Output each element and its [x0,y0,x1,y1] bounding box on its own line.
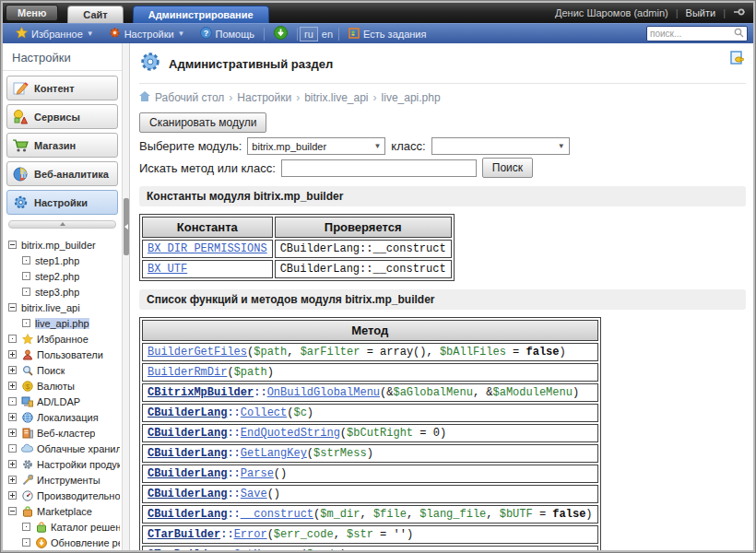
tree-item[interactable]: Настройки продукта [8,456,120,472]
tree-item-label[interactable]: Каталог решений [51,522,120,533]
method-link[interactable]: __construct [241,508,313,521]
class-name-link[interactable]: CTarBuilder [148,548,220,550]
method-link[interactable]: GetLangKey [241,447,307,460]
tree-item[interactable]: $Валюты [8,378,120,394]
constant-link[interactable]: BX_DIR_PERMISSIONS [148,242,267,255]
tree-item[interactable]: Поиск [8,362,120,378]
class-name-link[interactable]: CBuilderLang [148,508,227,521]
method-link[interactable]: OnBuildGlobalMenu [267,386,380,399]
class-name-link[interactable]: CBuilderLang [148,427,227,440]
tree-item[interactable]: Обновление решений [8,535,120,550]
panel-splitter[interactable] [122,43,130,550]
tree-item-label[interactable]: Инструменты [37,475,100,486]
tree-item-label[interactable]: Избранное [37,334,89,345]
tree-item[interactable]: Веб-кластер [8,425,120,441]
tree-item[interactable]: Избранное [8,331,120,347]
tree-item[interactable]: Каталог решений [8,519,120,535]
tree-item-label[interactable]: bitrix.live_api [21,302,80,313]
logout-link[interactable]: Выйти [686,7,716,18]
class-name-link[interactable]: CTarBuilder [148,528,220,541]
tree-item-label[interactable]: Веб-кластер [37,428,95,439]
collapse-icon[interactable] [8,303,17,312]
expand-icon[interactable] [8,476,17,484]
tree-item[interactable]: live_api.php [8,315,120,331]
tab-administration[interactable]: Администрирование [133,6,269,23]
lang-en[interactable]: en [318,28,337,41]
class-name-link[interactable]: CBitrixMpBuilder [148,386,254,399]
method-link[interactable]: Collect [241,406,287,419]
sidebar-section-button-services[interactable]: Сервисы [6,104,118,129]
method-search-button[interactable]: Поиск [482,158,533,178]
global-search-input[interactable] [650,29,734,39]
sidebar-section-button-gear-blue[interactable]: Настройки [6,190,118,215]
scan-modules-button[interactable]: Сканировать модули [139,112,266,133]
tree-item[interactable]: Локализация [8,409,120,425]
class-name-link[interactable]: CBuilderLang [148,467,227,480]
method-link[interactable]: GetMessage [234,548,301,550]
user-name[interactable]: Денис Шаромов (admin) [555,7,668,18]
breadcrumb-item[interactable]: bitrix.live_api [304,91,368,104]
tree-item[interactable]: Marketplace [8,503,120,519]
tree-item-label[interactable]: step3.php [35,287,79,298]
tree-item[interactable]: AD/LDAP [8,394,120,409]
pin-icon[interactable] [733,7,746,18]
class-select[interactable]: ▼ [431,137,570,155]
tree-item-label[interactable]: Обновление решений [51,537,120,548]
tree-item-label[interactable]: step1.php [35,255,79,266]
update-button[interactable] [266,24,295,43]
breadcrumb-item[interactable]: Настройки [237,91,291,104]
tree-item[interactable]: step3.php [8,284,120,300]
method-link[interactable]: BuilderGetFiles [148,346,247,359]
tree-item-label[interactable]: bitrix.mp_builder [21,240,96,251]
class-name-link[interactable]: CBuilderLang [148,447,227,460]
tree-item[interactable]: step1.php [8,253,120,268]
sidebar-section-button-analytics[interactable]: Веб-аналитика [6,161,118,186]
search-icon[interactable] [734,28,744,40]
menu-button[interactable]: Меню [6,5,58,21]
favorites-menu[interactable]: Избранное ▼ [8,24,101,43]
tree-item[interactable]: Производительность [8,488,120,503]
tree-item-label[interactable]: AD/LDAP [37,396,80,407]
tree-item-label[interactable]: Валюты [37,381,75,392]
module-select[interactable]: bitrix.mp_builder▼ [247,137,385,155]
method-link[interactable]: Parse [241,467,274,480]
tree-item-label[interactable]: Marketplace [37,506,92,517]
tasks-indicator[interactable]: Есть задания [341,24,433,43]
page-settings-icon[interactable] [730,51,744,68]
tree-item[interactable]: Облачные хранилища [8,441,120,456]
tree-item[interactable]: step2.php [8,268,120,284]
breadcrumb-item[interactable]: Рабочий стол [155,91,224,104]
expand-icon[interactable] [8,413,17,421]
tree-item-label[interactable]: Пользователи [37,349,103,360]
tree-item-label[interactable]: Поиск [37,365,65,376]
help-menu[interactable]: ? Помощь [193,24,263,43]
method-link[interactable]: BuilderRmDir [148,366,227,379]
tree-item-label[interactable]: Облачные хранилища [37,443,120,454]
sidebar-section-button-shop[interactable]: Магазин [6,133,118,158]
tree-item-label[interactable]: Производительность [37,490,120,501]
class-name-link[interactable]: CBuilderLang [148,406,227,419]
expand-icon[interactable] [8,382,17,390]
method-search-input[interactable] [281,159,477,177]
lang-ru[interactable]: ru [300,27,318,41]
tab-site[interactable]: Сайт [67,6,123,23]
tree-item[interactable]: bitrix.mp_builder [8,237,120,253]
sidebar-section-button-content[interactable]: Контент [6,76,118,100]
method-link[interactable]: Save [241,488,267,500]
collapse-icon[interactable] [8,507,17,515]
splitter-handle-icon[interactable] [124,198,129,255]
method-link[interactable]: EndQuotedString [241,427,340,440]
home-icon[interactable] [139,91,150,104]
constant-link[interactable]: BX_UTF [148,263,187,276]
method-link[interactable]: Error [234,528,267,541]
expand-icon[interactable] [8,491,17,500]
tree-item[interactable]: bitrix.live_api [8,300,120,315]
expand-icon[interactable] [8,366,17,374]
tree-item[interactable]: Пользователи [8,347,120,362]
tree-item[interactable]: Инструменты [8,472,120,488]
breadcrumb-item[interactable]: live_api.php [382,91,441,104]
tree-item-label[interactable]: live_api.php [35,318,89,329]
sidebar-collapse-handle[interactable] [8,220,116,229]
collapse-icon[interactable] [8,241,17,249]
settings-menu[interactable]: Настройки ▼ [101,24,193,43]
